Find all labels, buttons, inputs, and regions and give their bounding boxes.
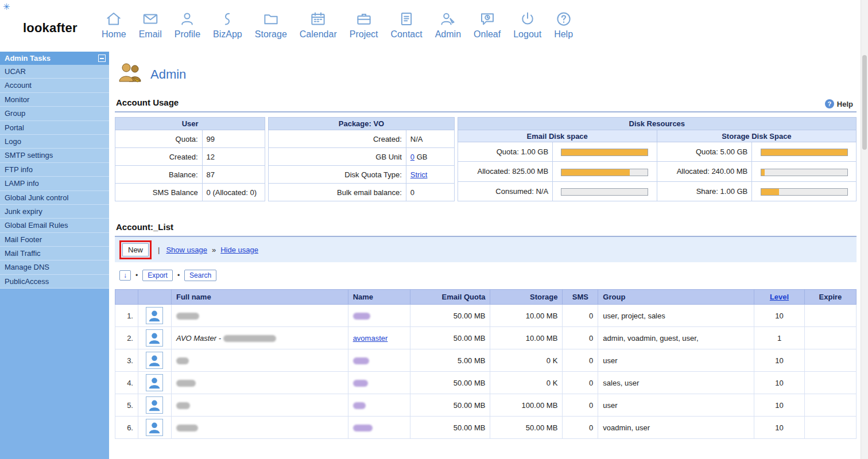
list-column-header — [138, 290, 171, 305]
sidebar-item-global-junk-control[interactable]: Global Junk control — [0, 191, 109, 205]
nav-item-logout[interactable]: Logout — [507, 6, 548, 40]
disk-usage-body: Quota: 1.00 GB Quota: 5.00 GB Allocated:… — [458, 142, 856, 201]
sms-cell: 0 — [563, 305, 598, 327]
disk-usage-row: Consumed: N/A Share: 1.00 GB — [458, 181, 856, 201]
collapse-icon[interactable] — [98, 55, 106, 62]
package-usage-body: Created: N/A GB Unit 0 GB Disk Quota Typ… — [269, 130, 454, 201]
sidebar-item-account[interactable]: Account — [0, 79, 109, 92]
user-avatar-icon[interactable] — [146, 374, 163, 391]
user-avatar-icon[interactable] — [146, 352, 163, 369]
nav-item-help[interactable]: Help — [548, 6, 579, 40]
level-cell: 10 — [754, 372, 805, 394]
user-avatar-icon[interactable] — [146, 307, 163, 324]
sidebar-item-group[interactable]: Group — [0, 107, 109, 120]
new-button[interactable]: New — [122, 243, 149, 256]
list-column-header[interactable]: Level — [754, 290, 805, 305]
nav-item-bizapp[interactable]: BizApp — [207, 6, 249, 40]
nav-item-project[interactable]: Project — [343, 6, 385, 40]
storage-disk-label: Quota: 5.00 GB — [657, 142, 751, 162]
profile-icon — [179, 6, 196, 28]
sidebar-item-mail-footer[interactable]: Mail Footer — [0, 233, 109, 247]
email-quota-cell: 50.00 MB — [410, 372, 490, 394]
redacted-name — [353, 357, 369, 364]
disk-bar-track — [561, 149, 648, 156]
account-row: 1. 50.00 MB 10.00 MB 0 user, project, sa… — [115, 305, 857, 327]
nav-item-label: Calendar — [300, 29, 337, 40]
scrollbar-thumb[interactable] — [862, 55, 867, 150]
disk-usage-row: Quota: 1.00 GB Quota: 5.00 GB — [458, 142, 856, 162]
storage-cell: 0 K — [490, 372, 563, 394]
disk-bar-fill — [761, 149, 847, 155]
package-value-link[interactable]: Strict — [410, 170, 428, 179]
disk-bar-fill — [761, 169, 765, 176]
user-avatar-icon[interactable] — [146, 329, 163, 347]
usage-value: 0 GB — [406, 148, 454, 166]
top-nav: Home Email Profile BizApp Storage Calend… — [95, 6, 579, 40]
expire-cell — [804, 305, 856, 327]
help-icon: ? — [825, 99, 834, 108]
sidebar-item-lamp-info[interactable]: LAMP info — [0, 177, 109, 190]
sidebar-item-logo[interactable]: Logo — [0, 135, 109, 149]
sidebar-item-ftp-info[interactable]: FTP info — [0, 163, 109, 177]
nav-item-label: Storage — [255, 29, 287, 40]
level-sort-link[interactable]: Level — [770, 293, 789, 301]
sidebar-item-manage-dns[interactable]: Manage DNS — [0, 260, 109, 274]
nav-item-calendar[interactable]: Calendar — [293, 6, 343, 40]
full-name-text: AVO Master - — [176, 334, 223, 343]
name-cell — [348, 394, 410, 417]
account-name-link[interactable]: avomaster — [353, 334, 388, 343]
nav-item-email[interactable]: Email — [133, 6, 168, 40]
user-avatar-icon[interactable] — [146, 419, 163, 436]
page-title: Admin — [117, 62, 857, 87]
contact-icon — [398, 6, 415, 28]
sidebar-item-publicaccess[interactable]: PublicAccess — [0, 275, 109, 289]
sidebar-item-global-email-rules[interactable]: Global Email Rules — [0, 219, 109, 232]
sidebar-item-smtp-settings[interactable]: SMTP settings — [0, 149, 109, 162]
usage-label: Created: — [115, 148, 203, 166]
hide-usage-link[interactable]: Hide usage — [220, 246, 258, 254]
dot-separator: • — [135, 271, 138, 279]
sidebar-item-mail-traffic[interactable]: Mail Traffic — [0, 247, 109, 260]
list-tools: ↓ • Export • Search — [119, 270, 857, 281]
show-usage-link[interactable]: Show usage — [166, 246, 207, 254]
full-name-cell — [171, 417, 348, 439]
nav-item-contact[interactable]: Contact — [385, 6, 429, 40]
package-usage-row: GB Unit 0 GB — [269, 148, 454, 166]
sidebar-item-portal[interactable]: Portal — [0, 121, 109, 135]
user-avatar-icon[interactable] — [146, 396, 163, 414]
name-cell — [348, 305, 410, 327]
nav-item-storage[interactable]: Storage — [249, 6, 293, 40]
toolbar-separator: | — [158, 246, 160, 254]
package-value-link[interactable]: 0 — [410, 153, 414, 161]
nav-item-onleaf[interactable]: Onleaf — [467, 6, 507, 40]
brand-logo: lookafter — [23, 21, 78, 36]
sidebar-item-junk-expiry[interactable]: Junk expiry — [0, 205, 109, 219]
project-icon — [355, 6, 373, 28]
user-usage-row: Balance: 87 — [115, 166, 265, 184]
list-column-header: Group — [598, 290, 754, 305]
account-list-header: Account:_List — [115, 220, 857, 237]
expire-cell — [804, 327, 856, 349]
sms-cell: 0 — [563, 394, 598, 417]
email-icon — [142, 6, 159, 28]
sort-button[interactable]: ↓ — [119, 270, 131, 281]
help-link[interactable]: ? Help — [825, 99, 853, 108]
email-disk-title: Email Disk space — [458, 130, 657, 142]
sidebar-item-monitor[interactable]: Monitor — [0, 93, 109, 107]
storage-cell: 10.00 MB — [490, 327, 563, 349]
storage-disk-label: Allocated: 240.00 MB — [657, 162, 751, 181]
nav-item-label: Help — [554, 29, 573, 40]
export-button[interactable]: Export — [142, 270, 173, 281]
account-row: 6. 50.00 MB 50.00 MB 0 voadmin, user 10 — [115, 417, 857, 439]
nav-item-admin[interactable]: Admin — [429, 6, 467, 40]
bizapp-icon — [219, 6, 236, 28]
nav-item-home[interactable]: Home — [95, 6, 133, 40]
nav-item-profile[interactable]: Profile — [168, 6, 207, 40]
vertical-scrollbar[interactable] — [861, 0, 868, 459]
sidebar-item-ucar[interactable]: UCAR — [0, 65, 109, 79]
account-list-table: Full nameNameEmail QuotaStorageSMSGroupL… — [115, 289, 857, 439]
list-header-row: Full nameNameEmail QuotaStorageSMSGroupL… — [115, 290, 857, 305]
full-name-cell — [171, 305, 348, 327]
disk-usage-title: Disk Resources — [458, 118, 856, 130]
search-button[interactable]: Search — [184, 270, 216, 281]
